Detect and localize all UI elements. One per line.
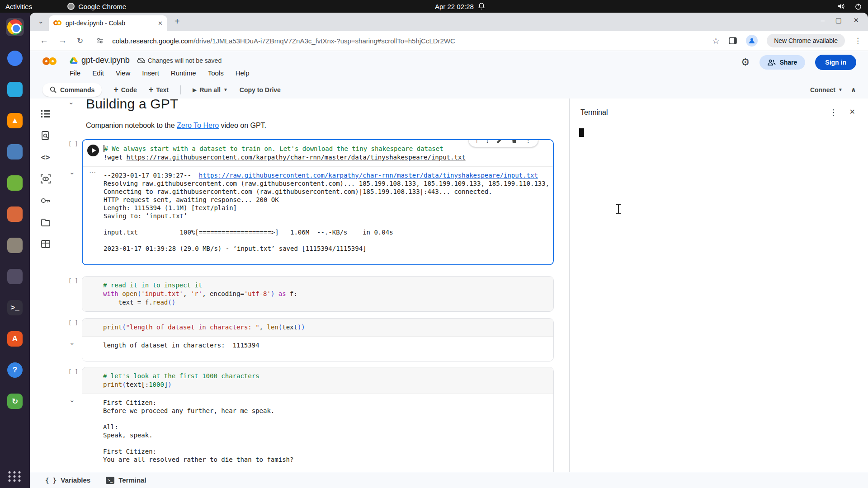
files-icon[interactable] [40,217,51,228]
menu-view[interactable]: View [116,69,130,77]
sign-in-button[interactable]: Sign in [815,55,856,70]
browser-menu-icon[interactable]: ⋮ [854,36,862,46]
add-text-button[interactable]: +Text [149,85,169,94]
colab-logo[interactable] [42,56,62,70]
terminal-panel[interactable]: Terminal ⋮ ✕ [570,99,868,472]
move-cell-down-icon[interactable]: ↓ [486,139,490,144]
tab-close-icon[interactable]: ✕ [158,20,163,27]
bookmark-star-icon[interactable]: ☆ [712,36,720,46]
search-icon [50,86,57,93]
browser-tab[interactable]: gpt-dev.ipynb - Colab ✕ [49,15,167,31]
system-top-bar: Activities Google Chrome Apr 22 02:28 [0,0,868,13]
add-code-button[interactable]: +Code [113,85,137,94]
system-green-icon[interactable]: ↻ [6,392,24,410]
code-editor[interactable]: # let's look at the first 1000 character… [82,367,553,394]
chrome-icon[interactable] [6,18,24,36]
libreoffice-writer-icon[interactable] [6,143,24,161]
files-icon[interactable] [6,267,24,286]
run-cell-gutter[interactable]: [ ] [68,369,78,375]
collapse-output-icon[interactable]: ⌄ [69,168,75,176]
terminal-app-icon[interactable]: >_ [6,299,24,317]
collapse-section-icon[interactable]: ⌄ [68,99,74,106]
commands-button[interactable]: Commands [42,83,102,97]
section-heading: Building a GPT [86,99,179,112]
run-cell-gutter[interactable]: [ ] [68,141,78,147]
code-snippets-icon[interactable]: <> [40,152,51,163]
chrome-update-chip[interactable]: New Chrome available [767,34,845,47]
run-cell-gutter[interactable]: [ ] [68,278,78,284]
collapse-output-icon[interactable]: ⌄ [69,338,75,347]
reload-icon[interactable]: ↻ [77,36,83,46]
code-cell[interactable]: print("length of dataset in characters: … [82,318,554,361]
run-cell-gutter[interactable]: [ ] [68,320,78,326]
run-all-button[interactable]: ▶Run all▼ [193,86,228,94]
secrets-icon[interactable] [40,195,51,206]
mouse-ibeam-cursor [616,204,621,214]
system-tray[interactable] [838,3,862,10]
delete-cell-icon[interactable] [511,139,518,144]
activities-button[interactable]: Activities [5,3,32,10]
menu-tools[interactable]: Tools [208,69,224,77]
vlc-icon[interactable]: ▲ [6,112,24,130]
menu-edit[interactable]: Edit [92,69,104,77]
site-info-icon[interactable] [96,37,104,44]
gimp-icon[interactable] [6,236,24,254]
code-cell[interactable]: # We always start with a dataset to trai… [82,139,554,265]
window-close-button[interactable]: ✕ [853,16,859,24]
code-editor[interactable]: # read it in to inspect itwith open('inp… [82,277,553,311]
vscode-icon[interactable] [6,80,24,99]
new-tab-button[interactable]: + [175,16,180,27]
share-button[interactable]: Share [760,55,805,70]
output-link[interactable]: https://raw.githubusercontent.com/karpat… [199,172,538,179]
address-bar[interactable]: colab.research.google.com/drive/1JMLa53H… [112,37,455,45]
cell-row: [ ]⌄# We always start with a dataset to … [68,139,554,265]
tab-search-chevron-icon[interactable]: ⌄ [38,17,44,25]
zero-to-hero-link[interactable]: Zero To Hero [177,122,219,129]
connect-button[interactable]: Connect▼ [810,86,843,94]
variable-inspector-icon[interactable] [40,174,51,184]
cell-row: [ ]# read it in to inspect itwith open('… [68,276,554,312]
table-of-contents-icon[interactable] [40,108,51,119]
back-icon[interactable]: ← [40,36,48,46]
output-options-icon[interactable]: ⋯ [89,169,96,177]
run-cell-button[interactable] [87,144,99,157]
terminal-close-icon[interactable]: ✕ [849,108,855,117]
edit-cell-icon[interactable] [496,139,504,144]
window-maximize-button[interactable]: ▢ [835,16,842,24]
more-cell-actions-icon[interactable]: ⋮ [525,139,532,144]
variables-button[interactable]: { } Variables [45,476,90,484]
ubuntu-software-icon[interactable]: A [6,330,24,348]
clock[interactable]: Apr 22 02:28 [435,3,485,10]
notebook-scroll-area[interactable]: ⌄ Building a GPT Companion notebook to t… [61,99,569,472]
menu-file[interactable]: File [70,69,80,77]
collapse-header-icon[interactable]: ∧ [851,86,856,94]
data-table-icon[interactable] [40,239,51,249]
browser-toolbar: ← → ↻ colab.research.google.com/drive/1J… [30,31,868,51]
libreoffice-calc-icon[interactable] [6,174,24,192]
menu-runtime[interactable]: Runtime [171,69,196,77]
window-minimize-button[interactable]: – [821,16,825,24]
menu-help[interactable]: Help [236,69,250,77]
move-cell-up-icon[interactable]: ↑ [475,139,479,144]
chrome-app-icon [67,3,75,10]
terminal-button[interactable]: >_ Terminal [106,476,146,484]
libreoffice-impress-icon[interactable] [6,205,24,223]
profile-avatar[interactable] [746,35,758,47]
app-grid-icon[interactable] [9,471,22,482]
code-cell[interactable]: # read it in to inspect itwith open('inp… [82,276,554,312]
help-icon[interactable]: ? [6,361,24,379]
terminal-menu-icon[interactable]: ⋮ [830,108,838,117]
firefox-icon[interactable] [6,49,24,67]
side-panel-icon[interactable] [729,37,737,44]
find-replace-icon[interactable] [40,130,51,141]
code-cell[interactable]: # let's look at the first 1000 character… [82,367,554,472]
collapse-output-icon[interactable]: ⌄ [69,396,75,404]
code-editor[interactable]: print("length of dataset in characters: … [82,319,553,336]
forward-icon[interactable]: → [58,36,67,46]
menu-insert[interactable]: Insert [142,69,159,77]
notebook-title[interactable]: gpt-dev.ipynb [81,56,130,65]
connect-dropdown-icon: ▼ [838,87,843,92]
settings-gear-icon[interactable]: ⚙ [741,56,750,68]
copy-to-drive-button[interactable]: Copy to Drive [240,86,281,94]
power-icon [855,3,862,10]
